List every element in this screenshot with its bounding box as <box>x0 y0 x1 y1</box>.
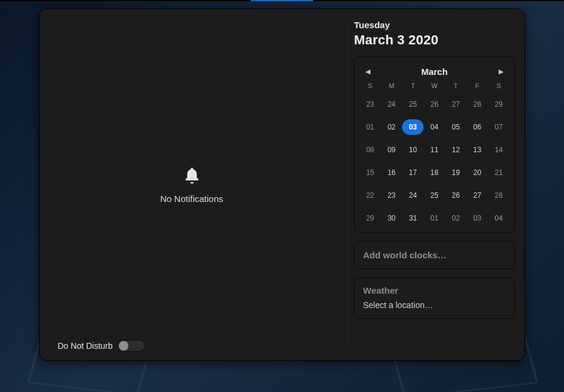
calendar-day-cell[interactable]: 30 <box>381 210 403 226</box>
calendar-dow-header: F <box>467 82 488 89</box>
calendar-day-cell[interactable]: 02 <box>445 210 467 226</box>
calendar-day-cell[interactable]: 01 <box>424 210 445 226</box>
calendar-day-cell[interactable]: 23 <box>381 188 403 203</box>
calendar-day-cell[interactable]: 14 <box>488 142 509 158</box>
weather-title: Weather <box>363 285 506 295</box>
calendar-day-cell[interactable]: 03 <box>467 210 488 226</box>
calendar-day-cell[interactable]: 03 <box>402 119 424 135</box>
notifications-pane: No Notifications Do Not Disturb <box>40 9 344 360</box>
calendar-day-cell[interactable]: 28 <box>488 188 509 203</box>
calendar-day-cell[interactable]: 07 <box>488 119 509 135</box>
calendar-dow-header: S <box>488 82 509 89</box>
calendar-day-cell[interactable]: 11 <box>424 142 445 158</box>
calendar-day-cell[interactable]: 19 <box>445 165 467 180</box>
do-not-disturb-label: Do Not Disturb <box>58 341 113 351</box>
calendar-day-cell[interactable]: 22 <box>359 188 381 203</box>
calendar-day-cell[interactable]: 24 <box>381 97 403 112</box>
calendar-day-cell[interactable]: 10 <box>402 142 424 158</box>
calendar-day-cell[interactable]: 25 <box>402 97 424 112</box>
weekday-label: Tuesday <box>354 20 515 30</box>
calendar-dow-header: M <box>381 82 403 89</box>
calendar-day-cell[interactable]: 12 <box>445 142 467 158</box>
toggle-knob <box>119 341 128 351</box>
calendar-day-cell[interactable]: 28 <box>467 97 488 112</box>
calendar-grid: SMTWTFS232425262728290102030405060708091… <box>357 82 512 226</box>
notifications-empty-state: No Notifications <box>40 9 344 360</box>
no-notifications-label: No Notifications <box>160 194 223 204</box>
calendar-dow-header: T <box>402 82 424 89</box>
date-header: Tuesday March 3 2020 <box>354 20 515 48</box>
calendar-card: ◀ March ▶ SMTWTFS23242526272829010203040… <box>354 56 515 233</box>
calendar-day-cell[interactable]: 02 <box>381 119 403 135</box>
calendar-day-cell[interactable]: 24 <box>402 188 424 203</box>
calendar-day-cell[interactable]: 09 <box>381 142 403 158</box>
calendar-day-cell[interactable]: 23 <box>359 97 381 112</box>
calendar-day-cell[interactable]: 06 <box>467 119 488 135</box>
calendar-day-cell[interactable]: 31 <box>402 210 424 226</box>
calendar-day-cell[interactable]: 21 <box>488 165 509 180</box>
calendar-dow-header: T <box>445 82 467 89</box>
calendar-day-cell[interactable]: 27 <box>467 188 488 203</box>
calendar-header: ◀ March ▶ <box>357 63 512 82</box>
bell-icon <box>182 166 202 185</box>
calendar-day-cell[interactable]: 04 <box>424 119 445 135</box>
triangle-right-icon: ▶ <box>499 68 503 76</box>
calendar-day-cell[interactable]: 01 <box>359 119 381 135</box>
calendar-day-cell[interactable]: 08 <box>359 142 381 158</box>
do-not-disturb-row: Do Not Disturb <box>58 340 145 352</box>
calendar-day-cell[interactable]: 29 <box>488 97 509 112</box>
next-month-button[interactable]: ▶ <box>495 65 507 77</box>
calendar-dow-header: S <box>359 82 381 89</box>
calendar-day-cell[interactable]: 17 <box>402 165 424 180</box>
calendar-day-cell[interactable]: 05 <box>445 119 467 135</box>
calendar-day-cell[interactable]: 15 <box>359 165 381 180</box>
calendar-day-cell[interactable]: 25 <box>424 188 445 203</box>
add-world-clocks-button[interactable]: Add world clocks… <box>354 241 515 269</box>
calendar-pane: Tuesday March 3 2020 ◀ March ▶ SMTWTFS23… <box>344 9 524 360</box>
calendar-day-cell[interactable]: 13 <box>467 142 488 158</box>
datetime-popover: No Notifications Do Not Disturb Tuesday … <box>39 8 525 361</box>
do-not-disturb-toggle[interactable] <box>118 340 145 352</box>
calendar-day-cell[interactable]: 20 <box>467 165 488 180</box>
calendar-day-cell[interactable]: 16 <box>381 165 403 180</box>
calendar-day-cell[interactable]: 04 <box>488 210 509 226</box>
triangle-left-icon: ◀ <box>365 68 370 76</box>
weather-subtitle: Select a location… <box>363 300 506 310</box>
calendar-day-cell[interactable]: 26 <box>424 97 445 112</box>
calendar-dow-header: W <box>424 82 445 89</box>
popover-arrow <box>275 1 289 8</box>
prev-month-button[interactable]: ◀ <box>362 65 374 77</box>
weather-card[interactable]: Weather Select a location… <box>354 278 515 319</box>
calendar-day-cell[interactable]: 29 <box>359 210 381 226</box>
calendar-month-label: March <box>421 67 448 77</box>
calendar-day-cell[interactable]: 26 <box>445 188 467 203</box>
calendar-day-cell[interactable]: 18 <box>424 165 445 180</box>
calendar-day-cell[interactable]: 27 <box>445 97 467 112</box>
full-date-label: March 3 2020 <box>354 32 515 48</box>
add-world-clocks-label: Add world clocks… <box>363 250 506 260</box>
